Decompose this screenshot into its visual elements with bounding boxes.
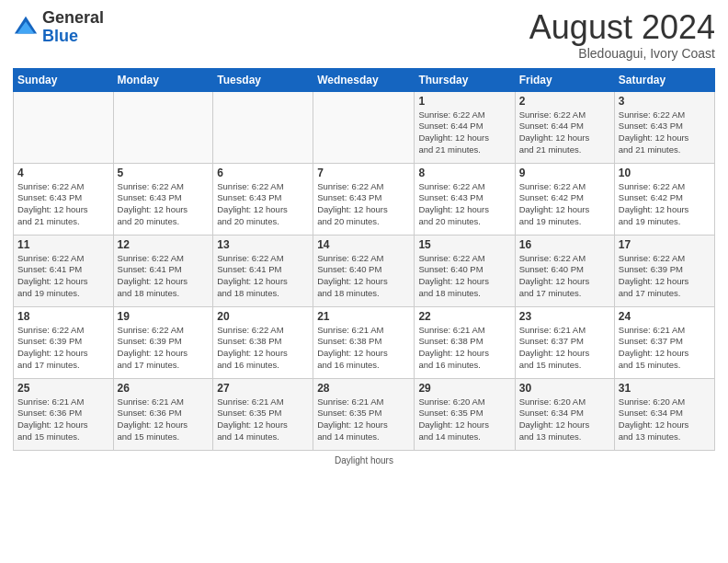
day-number: 29 xyxy=(418,382,510,395)
calendar-cell: 28Sunrise: 6:21 AM Sunset: 6:35 PM Dayli… xyxy=(313,378,415,450)
calendar-cell: 18Sunrise: 6:22 AM Sunset: 6:39 PM Dayli… xyxy=(14,306,114,378)
header: General Blue August 2024 Bledouagui, Ivo… xyxy=(13,9,715,61)
day-detail: Sunrise: 6:20 AM Sunset: 6:34 PM Dayligh… xyxy=(619,396,711,443)
location-subtitle: Bledouagui, Ivory Coast xyxy=(529,46,715,61)
calendar-cell: 4Sunrise: 6:22 AM Sunset: 6:43 PM Daylig… xyxy=(14,163,114,235)
day-number: 5 xyxy=(118,167,210,179)
day-number: 6 xyxy=(217,167,309,179)
weekday-header-friday: Friday xyxy=(515,68,614,91)
calendar-cell xyxy=(113,91,213,163)
day-detail: Sunrise: 6:21 AM Sunset: 6:35 PM Dayligh… xyxy=(317,396,410,443)
calendar-cell: 12Sunrise: 6:22 AM Sunset: 6:41 PM Dayli… xyxy=(113,235,213,306)
day-detail: Sunrise: 6:22 AM Sunset: 6:40 PM Dayligh… xyxy=(317,253,410,300)
day-detail: Sunrise: 6:22 AM Sunset: 6:41 PM Dayligh… xyxy=(217,253,309,300)
day-detail: Sunrise: 6:22 AM Sunset: 6:40 PM Dayligh… xyxy=(519,253,610,300)
day-number: 19 xyxy=(118,310,210,323)
day-detail: Sunrise: 6:22 AM Sunset: 6:41 PM Dayligh… xyxy=(118,253,210,300)
logo-icon xyxy=(13,15,39,40)
calendar-cell: 27Sunrise: 6:21 AM Sunset: 6:35 PM Dayli… xyxy=(213,378,313,450)
day-number: 27 xyxy=(217,382,309,395)
day-number: 11 xyxy=(17,238,109,251)
day-detail: Sunrise: 6:22 AM Sunset: 6:39 PM Dayligh… xyxy=(118,325,210,372)
day-number: 4 xyxy=(17,167,109,179)
day-number: 22 xyxy=(418,310,510,323)
day-detail: Sunrise: 6:22 AM Sunset: 6:42 PM Dayligh… xyxy=(619,181,711,228)
weekday-header-saturday: Saturday xyxy=(614,68,714,91)
day-number: 12 xyxy=(118,238,210,251)
day-detail: Sunrise: 6:22 AM Sunset: 6:43 PM Dayligh… xyxy=(118,181,210,228)
day-detail: Sunrise: 6:20 AM Sunset: 6:35 PM Dayligh… xyxy=(418,396,510,443)
logo-general: General xyxy=(42,9,104,28)
day-detail: Sunrise: 6:21 AM Sunset: 6:36 PM Dayligh… xyxy=(118,396,210,443)
day-number: 9 xyxy=(519,167,610,179)
day-number: 23 xyxy=(519,310,610,323)
calendar-cell: 2Sunrise: 6:22 AM Sunset: 6:44 PM Daylig… xyxy=(515,91,614,163)
day-number: 15 xyxy=(418,238,510,251)
calendar-cell: 6Sunrise: 6:22 AM Sunset: 6:43 PM Daylig… xyxy=(213,163,313,235)
logo-blue: Blue xyxy=(42,28,104,46)
calendar-cell: 23Sunrise: 6:21 AM Sunset: 6:37 PM Dayli… xyxy=(515,306,614,378)
daylight-label: Daylight hours xyxy=(335,455,393,465)
day-number: 21 xyxy=(317,310,410,323)
weekday-header-wednesday: Wednesday xyxy=(313,68,415,91)
calendar-week-2: 4Sunrise: 6:22 AM Sunset: 6:43 PM Daylig… xyxy=(14,163,715,235)
calendar-week-4: 18Sunrise: 6:22 AM Sunset: 6:39 PM Dayli… xyxy=(14,306,715,378)
calendar-cell: 25Sunrise: 6:21 AM Sunset: 6:36 PM Dayli… xyxy=(14,378,114,450)
day-number: 16 xyxy=(519,238,610,251)
calendar-cell xyxy=(213,91,313,163)
calendar-cell: 31Sunrise: 6:20 AM Sunset: 6:34 PM Dayli… xyxy=(614,378,714,450)
calendar-cell: 17Sunrise: 6:22 AM Sunset: 6:39 PM Dayli… xyxy=(614,235,714,306)
day-detail: Sunrise: 6:21 AM Sunset: 6:38 PM Dayligh… xyxy=(317,325,410,372)
page: General Blue August 2024 Bledouagui, Ivo… xyxy=(0,0,728,563)
month-title: August 2024 xyxy=(529,9,715,46)
weekday-header-tuesday: Tuesday xyxy=(213,68,313,91)
weekday-header-thursday: Thursday xyxy=(415,68,515,91)
day-detail: Sunrise: 6:22 AM Sunset: 6:39 PM Dayligh… xyxy=(17,325,109,372)
day-detail: Sunrise: 6:22 AM Sunset: 6:43 PM Dayligh… xyxy=(217,181,309,228)
day-detail: Sunrise: 6:21 AM Sunset: 6:38 PM Dayligh… xyxy=(418,325,510,372)
calendar-cell: 7Sunrise: 6:22 AM Sunset: 6:43 PM Daylig… xyxy=(313,163,415,235)
day-number: 17 xyxy=(619,238,711,251)
calendar-cell: 22Sunrise: 6:21 AM Sunset: 6:38 PM Dayli… xyxy=(415,306,515,378)
day-detail: Sunrise: 6:20 AM Sunset: 6:34 PM Dayligh… xyxy=(519,396,610,443)
day-detail: Sunrise: 6:21 AM Sunset: 6:36 PM Dayligh… xyxy=(17,396,109,443)
day-number: 10 xyxy=(619,167,711,179)
day-detail: Sunrise: 6:21 AM Sunset: 6:37 PM Dayligh… xyxy=(619,325,711,372)
day-number: 30 xyxy=(519,382,610,395)
weekday-header-monday: Monday xyxy=(113,68,213,91)
day-detail: Sunrise: 6:22 AM Sunset: 6:44 PM Dayligh… xyxy=(418,109,510,156)
day-number: 3 xyxy=(619,95,711,108)
day-detail: Sunrise: 6:22 AM Sunset: 6:43 PM Dayligh… xyxy=(317,181,410,228)
day-detail: Sunrise: 6:22 AM Sunset: 6:40 PM Dayligh… xyxy=(418,253,510,300)
logo: General Blue xyxy=(13,9,104,46)
day-detail: Sunrise: 6:22 AM Sunset: 6:43 PM Dayligh… xyxy=(17,181,109,228)
day-number: 25 xyxy=(17,382,109,395)
day-number: 7 xyxy=(317,167,410,179)
calendar-cell xyxy=(14,91,114,163)
day-number: 31 xyxy=(619,382,711,395)
day-detail: Sunrise: 6:21 AM Sunset: 6:35 PM Dayligh… xyxy=(217,396,309,443)
day-detail: Sunrise: 6:22 AM Sunset: 6:44 PM Dayligh… xyxy=(519,109,610,156)
day-number: 1 xyxy=(418,95,510,108)
calendar-cell: 15Sunrise: 6:22 AM Sunset: 6:40 PM Dayli… xyxy=(415,235,515,306)
calendar-cell: 14Sunrise: 6:22 AM Sunset: 6:40 PM Dayli… xyxy=(313,235,415,306)
calendar-week-5: 25Sunrise: 6:21 AM Sunset: 6:36 PM Dayli… xyxy=(14,378,715,450)
day-detail: Sunrise: 6:22 AM Sunset: 6:38 PM Dayligh… xyxy=(217,325,309,372)
day-number: 2 xyxy=(519,95,610,108)
day-number: 13 xyxy=(217,238,309,251)
day-number: 18 xyxy=(17,310,109,323)
day-detail: Sunrise: 6:22 AM Sunset: 6:39 PM Dayligh… xyxy=(619,253,711,300)
day-number: 26 xyxy=(118,382,210,395)
day-number: 14 xyxy=(317,238,410,251)
logo-text: General Blue xyxy=(42,9,104,46)
calendar-cell: 21Sunrise: 6:21 AM Sunset: 6:38 PM Dayli… xyxy=(313,306,415,378)
calendar-cell: 5Sunrise: 6:22 AM Sunset: 6:43 PM Daylig… xyxy=(113,163,213,235)
day-number: 8 xyxy=(418,167,510,179)
calendar-cell: 24Sunrise: 6:21 AM Sunset: 6:37 PM Dayli… xyxy=(614,306,714,378)
calendar-cell xyxy=(313,91,415,163)
calendar-cell: 19Sunrise: 6:22 AM Sunset: 6:39 PM Dayli… xyxy=(113,306,213,378)
calendar-cell: 13Sunrise: 6:22 AM Sunset: 6:41 PM Dayli… xyxy=(213,235,313,306)
calendar-cell: 9Sunrise: 6:22 AM Sunset: 6:42 PM Daylig… xyxy=(515,163,614,235)
day-detail: Sunrise: 6:22 AM Sunset: 6:43 PM Dayligh… xyxy=(619,109,711,156)
calendar-cell: 3Sunrise: 6:22 AM Sunset: 6:43 PM Daylig… xyxy=(614,91,714,163)
